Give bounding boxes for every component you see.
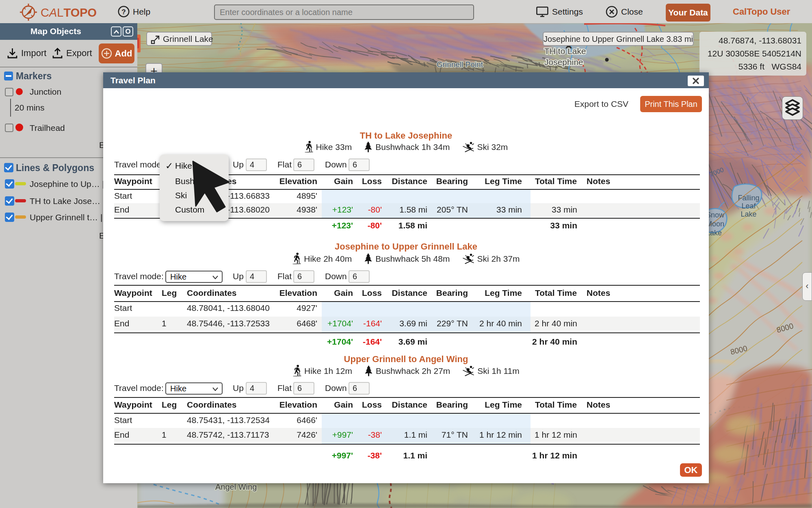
svg-text:?: ? bbox=[121, 8, 126, 16]
